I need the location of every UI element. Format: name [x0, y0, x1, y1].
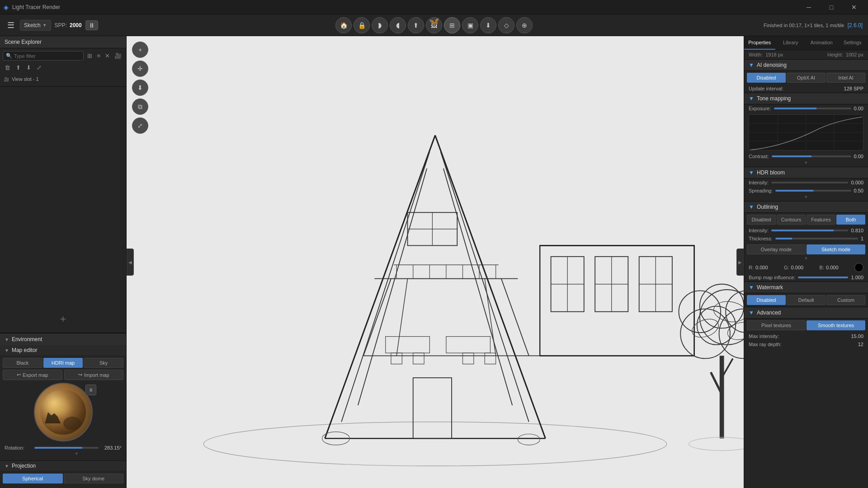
hdr-bloom-header[interactable]: ▼ HDR bloom [744, 167, 868, 178]
rgb-row: R: 0.000 G: 0.000 B: 0.000 [744, 262, 868, 273]
environment-header[interactable]: ▼ Environment [0, 333, 126, 345]
home-icon-btn[interactable]: 🏠 [335, 17, 352, 33]
scene-toolbar: ⊞ ≡ ✕ 🎥 [85, 52, 123, 60]
circle-half-left-btn[interactable]: ◗ [372, 17, 388, 33]
discord-icon-btn[interactable]: ⊕ [516, 17, 533, 33]
watermark-custom[interactable]: Custom [826, 295, 865, 305]
map-tab-black[interactable]: Black [3, 358, 42, 368]
outlining-intensity-slider[interactable] [771, 230, 848, 231]
lock-icon-btn[interactable]: 🔒 [354, 17, 370, 33]
bloom-intensity-value: 0.000 [851, 180, 863, 185]
ai-denoising-header[interactable]: ▼ AI denoising [744, 59, 868, 71]
export-map-button[interactable]: ↩ Export map [3, 370, 62, 380]
ai-denoising-intel[interactable]: Intel AI [826, 73, 865, 83]
scene-tool-btn-1[interactable]: ⊞ [85, 52, 94, 60]
download-icon-btn[interactable]: ⬇ [480, 17, 496, 33]
maximize-button[interactable]: □ [821, 0, 842, 14]
scene-tool-btn-4[interactable]: 🎥 [113, 52, 123, 60]
mode-selector[interactable]: Sketch ▼ [20, 20, 51, 31]
spp-value: 2000 [70, 22, 82, 28]
map-tab-sky[interactable]: Sky [84, 358, 123, 368]
search-bar[interactable]: 🔍 [3, 51, 84, 61]
outlining-disabled[interactable]: Disabled [747, 215, 776, 225]
expand-btn[interactable]: ⤢ [35, 63, 43, 72]
outlining-contours[interactable]: Contours [777, 215, 806, 225]
advanced-header[interactable]: ▼ Advanced [744, 307, 868, 319]
hdri-menu-button[interactable]: ≡ [85, 385, 96, 395]
layout-icon-btn[interactable]: ▣ [462, 17, 478, 33]
projection-header[interactable]: ▼ Projection [0, 461, 126, 471]
viewport[interactable]: + ✛ ⬇ ⧉ ⤢ [127, 36, 744, 488]
collapse-right-button[interactable]: ▶ [736, 249, 744, 276]
vp-download-button[interactable]: ⬇ [132, 80, 148, 96]
svg-line-24 [501, 279, 529, 356]
svg-line-5 [441, 152, 529, 422]
sketch-mode-btn[interactable]: Sketch mode [807, 244, 865, 254]
scene-tool-btn-3[interactable]: ✕ [103, 52, 112, 60]
tab-library[interactable]: Library [775, 36, 807, 50]
export-map-label: Export map [23, 372, 48, 378]
add-scene-object-button[interactable]: + [56, 309, 70, 329]
scene-tool-btn-2[interactable]: ≡ [95, 52, 102, 60]
b-value: 0.000 [826, 265, 839, 270]
color-swatch[interactable] [854, 263, 863, 272]
vp-move-button[interactable]: ✛ [132, 61, 148, 77]
minimize-button[interactable]: ─ [798, 0, 819, 14]
contrast-slider[interactable] [772, 155, 851, 157]
map-actions: ↩ Export map ↪ Import map [3, 370, 123, 380]
svg-point-0 [203, 422, 666, 466]
outlining-features[interactable]: Features [807, 215, 835, 225]
exposure-slider[interactable] [774, 108, 851, 109]
ai-denoising-optix[interactable]: OptiX AI [787, 73, 826, 83]
collapse-left-button[interactable]: ◀ [127, 249, 134, 276]
upload-icon-btn[interactable]: ⬆ [408, 17, 424, 33]
close-button[interactable]: ✕ [844, 0, 864, 14]
bloom-spreading-slider[interactable] [775, 190, 851, 192]
projection-tab-skydome[interactable]: Sky dome [64, 474, 124, 483]
pause-button[interactable]: ⏸ [85, 20, 98, 30]
svg-rect-29 [446, 337, 491, 353]
outlining-both[interactable]: Both [836, 215, 865, 225]
view-slot: 🎥 View slot - 1 [3, 75, 123, 84]
tab-properties[interactable]: Properties [744, 36, 775, 50]
rotation-value: 283.15° [101, 445, 122, 450]
watermark-header[interactable]: ▼ Watermark [744, 282, 868, 293]
export-btn[interactable]: ⬆ [14, 63, 23, 72]
diamond-icon-btn[interactable]: ◇ [498, 17, 514, 33]
import-map-button[interactable]: ↪ Import map [64, 370, 124, 380]
vp-copy-button[interactable]: ⧉ [132, 99, 148, 115]
svg-rect-32 [462, 353, 473, 364]
map-editor-header[interactable]: ▼ Map editor [0, 345, 126, 355]
svg-point-61 [518, 434, 540, 445]
spp-control: SPP: 2000 [55, 22, 82, 28]
update-interval-label: Update interval: [749, 86, 783, 91]
ai-denoising-title: AI denoising [757, 62, 787, 68]
delete-btn[interactable]: 🗑 [3, 63, 12, 72]
import-btn[interactable]: ⬇ [24, 63, 33, 72]
tone-mapping-header[interactable]: ▼ Tone mapping [744, 93, 868, 104]
menu-button[interactable]: ☰ [5, 19, 16, 32]
vp-fullscreen-button[interactable]: ⤢ [132, 117, 148, 134]
bloom-intensity-slider[interactable] [771, 182, 848, 183]
smooth-textures-btn[interactable]: Smooth textures [807, 320, 865, 330]
tab-settings[interactable]: Settings [837, 36, 868, 50]
overlay-mode-btn[interactable]: Overlay mode [747, 244, 806, 254]
rotation-slider[interactable] [34, 447, 99, 449]
ai-denoising-disabled[interactable]: Disabled [747, 73, 786, 83]
watermark-disabled[interactable]: Disabled [747, 295, 786, 305]
search-input[interactable] [14, 53, 80, 59]
vp-add-button[interactable]: + [132, 42, 148, 58]
projection-arrow: ▼ [5, 464, 9, 469]
watermark-default[interactable]: Default [787, 295, 826, 305]
outlining-thickness-slider[interactable] [775, 238, 858, 239]
circle-half-right-btn[interactable]: ◖ [390, 17, 406, 33]
map-tab-hdri[interactable]: HDRI map [43, 358, 83, 368]
map-editor-content: Black HDRI map Sky ↩ Export map ↪ Import… [0, 355, 126, 460]
bump-map-slider[interactable] [798, 277, 848, 278]
pixel-textures-btn[interactable]: Pixel textures [747, 320, 806, 330]
grid-icon-btn[interactable]: ⊞ [444, 17, 460, 33]
projection-tab-spherical[interactable]: Spherical [3, 474, 63, 483]
outlining-header[interactable]: ▼ Outlining [744, 201, 868, 213]
tab-animation[interactable]: Animation [806, 36, 837, 50]
scene-explorer: 🔍 ⊞ ≡ ✕ 🎥 🗑 ⬆ ⬇ ⤢ 🎥 View slot - 1 [0, 48, 126, 87]
